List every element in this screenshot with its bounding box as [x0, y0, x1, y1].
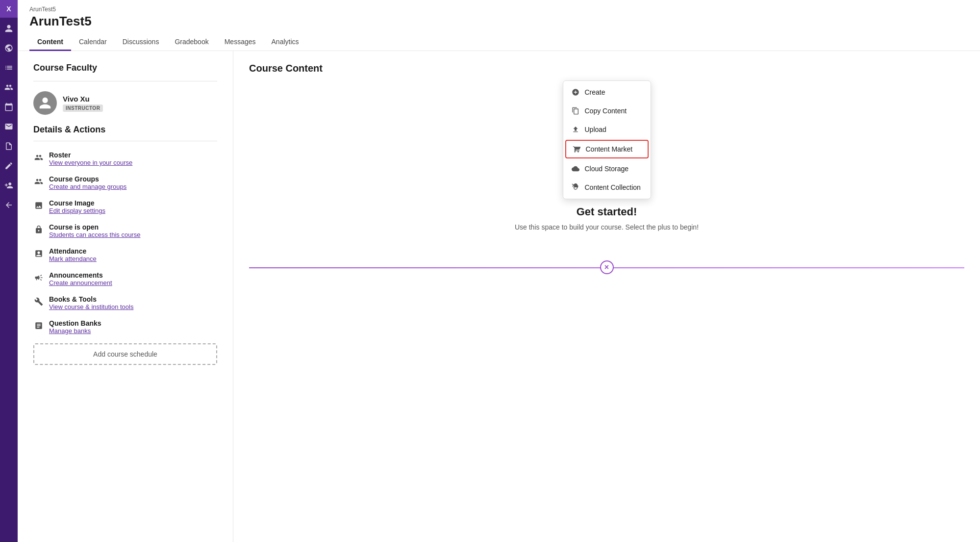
image-icon [33, 200, 44, 211]
action-groups: Course Groups Create and manage groups [33, 175, 217, 190]
right-panel: Course Content Abc [233, 51, 980, 542]
attendance-content: Attendance Mark attendance [49, 247, 97, 262]
upload-label: Upload [585, 126, 606, 133]
dropdown-menu: Create Copy Content Upload [563, 80, 651, 199]
tab-content[interactable]: Content [29, 34, 71, 51]
action-banks: Question Banks Manage banks [33, 319, 217, 335]
tools-icon [33, 296, 44, 307]
announcements-icon [33, 272, 44, 283]
announcements-content: Announcements Create announcement [49, 271, 112, 286]
action-tools: Books & Tools View course & institution … [33, 295, 217, 310]
create-icon [571, 88, 580, 97]
groups-action-icon [33, 176, 44, 187]
sidebar-close-button[interactable]: X [0, 0, 18, 18]
left-panel: Course Faculty Vivo Xu INSTRUCTOR Detail… [18, 51, 233, 542]
action-lock: Course is open Students can access this … [33, 223, 217, 238]
groups-content: Course Groups Create and manage groups [49, 175, 126, 190]
tab-discussions[interactable]: Discussions [115, 34, 167, 51]
faculty-name: Vivo Xu [63, 95, 103, 103]
schedule-button[interactable]: Add course schedule [33, 343, 217, 365]
faculty-card: Vivo Xu INSTRUCTOR [33, 91, 217, 115]
image-label: Course Image [49, 199, 105, 207]
market-icon [572, 145, 581, 154]
tab-calendar[interactable]: Calendar [71, 34, 115, 51]
user-icon[interactable] [0, 20, 18, 37]
document-nav-icon[interactable] [0, 137, 18, 155]
get-started-subtitle: Use this space to build your course. Sel… [515, 223, 699, 231]
action-roster: Roster View everyone in your course [33, 151, 217, 166]
banks-label: Question Banks [49, 319, 101, 327]
banks-icon [33, 320, 44, 331]
faculty-divider [33, 81, 217, 81]
attendance-label: Attendance [49, 247, 97, 255]
copy-icon [571, 106, 580, 115]
get-started-title: Get started! [577, 206, 637, 218]
content-section-title: Course Content [249, 63, 964, 74]
roster-link[interactable]: View everyone in your course [49, 159, 132, 166]
edit-nav-icon[interactable] [0, 157, 18, 175]
content-divider-area: × [249, 260, 964, 274]
main-container: ArunTest5 ArunTest5 Content Calendar Dis… [18, 0, 980, 542]
tools-link[interactable]: View course & institution tools [49, 303, 133, 310]
tab-gradebook[interactable]: Gradebook [167, 34, 216, 51]
action-image: Course Image Edit display settings [33, 199, 217, 214]
list-icon[interactable] [0, 59, 18, 77]
sidebar: X [0, 0, 18, 542]
dropdown-copy[interactable]: Copy Content [563, 102, 651, 120]
attendance-icon [33, 248, 44, 259]
create-label: Create [585, 88, 605, 96]
lock-content: Course is open Students can access this … [49, 223, 140, 238]
banks-link[interactable]: Manage banks [49, 327, 101, 335]
collection-label: Content Collection [585, 183, 641, 191]
dropdown-cloud-storage[interactable]: Cloud Storage [563, 159, 651, 178]
plus-button[interactable]: × [600, 260, 614, 274]
details-divider [33, 141, 217, 141]
roster-content: Roster View everyone in your course [49, 151, 132, 166]
tools-content: Books & Tools View course & institution … [49, 295, 133, 310]
instructor-badge: INSTRUCTOR [63, 104, 103, 112]
announcements-label: Announcements [49, 271, 112, 279]
announcements-link[interactable]: Create announcement [49, 279, 112, 286]
header: ArunTest5 ArunTest5 Content Calendar Dis… [18, 0, 980, 51]
image-content: Course Image Edit display settings [49, 199, 105, 214]
market-label: Content Market [586, 145, 633, 153]
tab-messages[interactable]: Messages [217, 34, 264, 51]
dropdown-content-market[interactable]: Content Market [565, 140, 649, 158]
course-title: ArunTest5 [29, 14, 968, 29]
copy-label: Copy Content [585, 107, 627, 115]
banks-content: Question Banks Manage banks [49, 319, 101, 335]
groups-nav-icon[interactable] [0, 78, 18, 96]
mail-nav-icon[interactable] [0, 118, 18, 135]
action-attendance: Attendance Mark attendance [33, 247, 217, 262]
lock-label: Course is open [49, 223, 140, 231]
attendance-link[interactable]: Mark attendance [49, 255, 97, 262]
lock-link[interactable]: Students can access this course [49, 231, 140, 238]
action-announcements: Announcements Create announcement [33, 271, 217, 286]
tabs-bar: Content Calendar Discussions Gradebook M… [29, 34, 968, 51]
faculty-section-title: Course Faculty [33, 63, 217, 73]
cloud-label: Cloud Storage [585, 165, 629, 173]
roster-label: Roster [49, 151, 132, 159]
dropdown-content-collection[interactable]: Content Collection [563, 178, 651, 197]
dropdown-create[interactable]: Create [563, 83, 651, 102]
body-layout: Course Faculty Vivo Xu INSTRUCTOR Detail… [18, 51, 980, 542]
groups-link[interactable]: Create and manage groups [49, 183, 126, 190]
cloud-icon [571, 164, 580, 173]
details-title: Details & Actions [33, 125, 217, 135]
lock-icon [33, 224, 44, 235]
person-add-nav-icon[interactable] [0, 177, 18, 194]
globe-icon[interactable] [0, 39, 18, 57]
groups-label: Course Groups [49, 175, 126, 183]
tab-analytics[interactable]: Analytics [264, 34, 307, 51]
faculty-info: Vivo Xu INSTRUCTOR [63, 95, 103, 112]
course-subtitle: ArunTest5 [29, 6, 968, 13]
tools-label: Books & Tools [49, 295, 133, 303]
roster-icon [33, 152, 44, 163]
image-link[interactable]: Edit display settings [49, 207, 105, 214]
collection-icon [571, 183, 580, 192]
calendar-nav-icon[interactable] [0, 98, 18, 116]
upload-icon [571, 125, 580, 134]
dropdown-upload[interactable]: Upload [563, 120, 651, 139]
avatar [33, 91, 57, 115]
back-nav-icon[interactable] [0, 196, 18, 214]
